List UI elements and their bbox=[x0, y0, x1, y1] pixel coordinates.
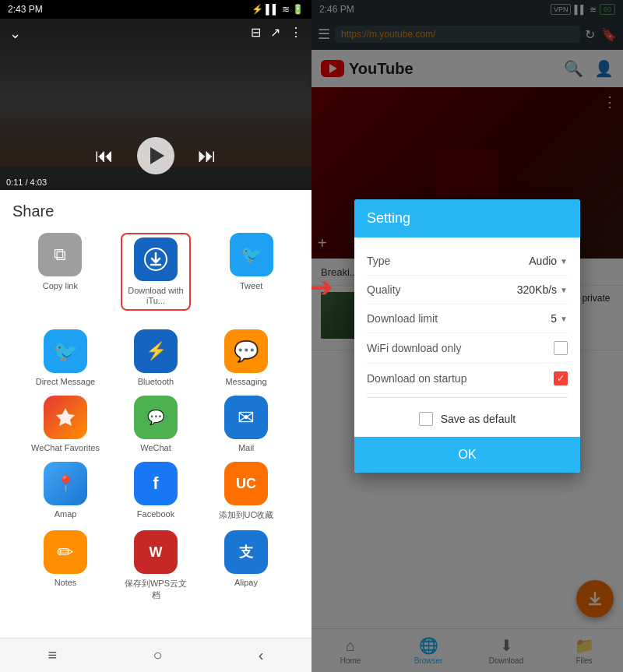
type-row: Type Audio ▼ bbox=[367, 247, 568, 276]
type-value[interactable]: Audio ▼ bbox=[529, 255, 568, 267]
share-item-tweet[interactable]: 🐦 Tweet bbox=[216, 233, 287, 311]
right-panel: 2:46 PM VPN ▌▌ ≋ 60 ☰ https://m.youtube.… bbox=[312, 0, 623, 672]
dialog-footer: OK bbox=[354, 437, 580, 473]
share-top-row: ⧉ Copy link Download with iTu... 🐦 Tweet bbox=[12, 233, 299, 311]
wifi-only-label: WiFi download only bbox=[367, 342, 461, 354]
dialog-header: Setting bbox=[354, 199, 580, 237]
video-player[interactable]: ⌄ ⊟ ↗ ⋮ ⏮ ⏭ 0:11 / 4:03 bbox=[0, 19, 312, 190]
uc-label: 添加到UC收藏 bbox=[219, 509, 274, 521]
status-icons-left: ⚡ ▌▌ ≋ 🔋 bbox=[252, 4, 304, 15]
wechat-label: WeChat bbox=[140, 443, 171, 452]
copy-link-icon: ⧉ bbox=[38, 233, 82, 276]
direct-msg-icon: 🐦 bbox=[44, 329, 87, 373]
app-amap[interactable]: 📍 Amap bbox=[30, 462, 100, 521]
save-default-checkbox[interactable] bbox=[419, 412, 433, 426]
share-title: Share bbox=[12, 202, 299, 220]
amap-icon: 📍 bbox=[44, 462, 87, 505]
quality-value[interactable]: 320Kb/s ▼ bbox=[517, 283, 568, 296]
download-limit-row: Download limit 5 ▼ bbox=[367, 304, 568, 333]
app-bluetooth[interactable]: ⚡ Bluetooth bbox=[121, 329, 191, 386]
status-bar-left: 2:43 PM ⚡ ▌▌ ≋ 🔋 bbox=[0, 0, 312, 19]
copy-link-label: Copy link bbox=[43, 281, 78, 291]
startup-label: Download on startup bbox=[367, 372, 466, 385]
nav-back-icon[interactable]: ‹ bbox=[259, 646, 264, 664]
video-top-bar: ⌄ ⊟ ↗ ⋮ bbox=[0, 25, 312, 42]
download-itu-icon bbox=[134, 237, 178, 281]
limit-dropdown-icon: ▼ bbox=[560, 315, 568, 323]
dialog-body: Type Audio ▼ Quality 320Kb/s ▼ Dow bbox=[354, 237, 580, 437]
apps-row-2: 🐦 Direct Message ⚡ Bluetooth 💬 Messaging bbox=[20, 329, 291, 386]
share-icon[interactable]: ↗ bbox=[270, 25, 280, 42]
app-wps[interactable]: W 保存到WPS云文档 bbox=[121, 530, 191, 601]
wifi-only-row: WiFi download only bbox=[367, 333, 568, 364]
wechat-icon: 💬 bbox=[134, 396, 178, 439]
apps-row-4: 📍 Amap f Facebook UC 添加到UC收藏 bbox=[20, 462, 291, 521]
video-time: 0:11 / 4:03 bbox=[6, 178, 47, 187]
mail-icon: ✉ bbox=[224, 396, 268, 439]
download-limit-label: Download limit bbox=[367, 312, 438, 325]
notes-label: Notes bbox=[55, 578, 77, 587]
share-section: Share ⧉ Copy link Download with iTu... 🐦 bbox=[0, 190, 312, 617]
app-uc[interactable]: UC 添加到UC收藏 bbox=[211, 462, 281, 521]
share-item-copy-link[interactable]: ⧉ Copy link bbox=[25, 233, 95, 311]
wps-icon: W bbox=[134, 530, 178, 574]
app-facebook[interactable]: f Facebook bbox=[121, 462, 191, 521]
messaging-icon: 💬 bbox=[224, 329, 268, 373]
app-notes[interactable]: ✏ Notes bbox=[30, 530, 100, 601]
tweet-label: Tweet bbox=[240, 281, 262, 291]
app-wechat[interactable]: 💬 WeChat bbox=[121, 396, 191, 452]
nav-menu-icon[interactable]: ≡ bbox=[48, 646, 58, 664]
play-button[interactable] bbox=[137, 137, 174, 174]
apps-row-3: WeChat Favorites 💬 WeChat ✉ Mail bbox=[20, 396, 291, 452]
settings-dialog: Setting Type Audio ▼ Quality 320Kb/s ▼ bbox=[354, 199, 580, 473]
cast-icon[interactable]: ⊟ bbox=[251, 25, 261, 42]
quality-row: Quality 320Kb/s ▼ bbox=[367, 276, 568, 304]
share-item-download-itu[interactable]: Download with iTu... bbox=[121, 233, 191, 311]
nav-home-icon[interactable]: ○ bbox=[153, 646, 162, 664]
wps-label: 保存到WPS云文档 bbox=[121, 578, 191, 601]
left-panel: 2:43 PM ⚡ ▌▌ ≋ 🔋 ⌄ ⊟ ↗ ⋮ ⏮ ⏭ 0:11 / 4:03 bbox=[0, 0, 312, 672]
startup-checkbox[interactable] bbox=[554, 371, 568, 385]
app-messaging[interactable]: 💬 Messaging bbox=[211, 329, 281, 386]
alipay-icon: 支 bbox=[224, 530, 268, 574]
download-limit-value[interactable]: 5 ▼ bbox=[551, 312, 568, 325]
quality-dropdown-icon: ▼ bbox=[560, 286, 568, 294]
chevron-down-icon[interactable]: ⌄ bbox=[9, 25, 21, 42]
app-direct-message[interactable]: 🐦 Direct Message bbox=[30, 329, 100, 386]
type-label: Type bbox=[367, 255, 390, 267]
prev-icon[interactable]: ⏮ bbox=[95, 145, 114, 167]
facebook-label: Facebook bbox=[137, 509, 174, 519]
wechat-fav-icon bbox=[44, 396, 87, 439]
bluetooth-icon: ⚡ bbox=[134, 329, 178, 373]
video-controls: ⏮ ⏭ bbox=[0, 137, 312, 174]
app-wechat-fav[interactable]: WeChat Favorites bbox=[30, 396, 100, 452]
arrow-indicator: ➔ bbox=[310, 271, 333, 304]
app-alipay[interactable]: 支 Alipay bbox=[211, 530, 281, 601]
divider bbox=[367, 397, 568, 398]
type-dropdown-icon: ▼ bbox=[560, 257, 568, 266]
bottom-nav-left: ≡ ○ ‹ bbox=[0, 638, 312, 672]
apps-row-5: ✏ Notes W 保存到WPS云文档 支 Alipay bbox=[20, 530, 291, 601]
dialog-title: Setting bbox=[367, 210, 410, 226]
app-mail[interactable]: ✉ Mail bbox=[211, 396, 281, 452]
save-default-row: Save as default bbox=[367, 401, 568, 437]
wifi-only-checkbox[interactable] bbox=[554, 341, 568, 355]
messaging-label: Messaging bbox=[225, 377, 266, 386]
amap-label: Amap bbox=[55, 509, 77, 519]
bluetooth-label: Bluetooth bbox=[138, 377, 174, 386]
ok-button[interactable]: OK bbox=[427, 445, 507, 465]
startup-row: Download on startup bbox=[367, 364, 568, 394]
notes-icon: ✏ bbox=[44, 530, 87, 574]
tweet-icon: 🐦 bbox=[230, 233, 273, 276]
direct-msg-label: Direct Message bbox=[36, 377, 95, 386]
more-icon[interactable]: ⋮ bbox=[290, 25, 302, 42]
quality-label: Quality bbox=[367, 283, 401, 296]
wechat-fav-label: WeChat Favorites bbox=[31, 443, 100, 452]
save-default-label: Save as default bbox=[441, 413, 516, 425]
next-icon[interactable]: ⏭ bbox=[198, 145, 216, 167]
mail-label: Mail bbox=[238, 443, 254, 452]
dialog-overlay: Setting Type Audio ▼ Quality 320Kb/s ▼ bbox=[312, 0, 623, 672]
download-itu-label: Download with iTu... bbox=[125, 286, 186, 306]
time-left: 2:43 PM bbox=[8, 4, 43, 15]
facebook-icon: f bbox=[134, 462, 178, 505]
